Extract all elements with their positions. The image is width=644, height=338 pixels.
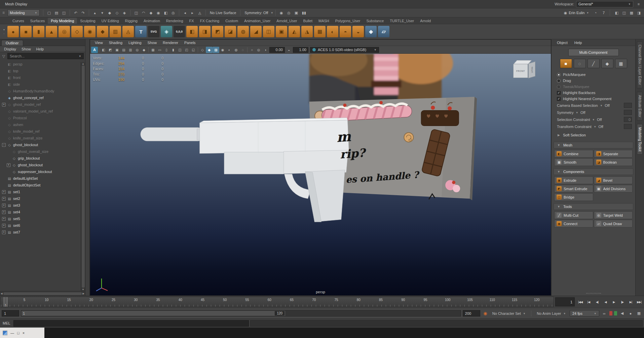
gun-blockout-model[interactable] [141,118,349,222]
view-cube-right-face[interactable]: RIGHT [528,61,535,78]
outliner-menu-help[interactable]: Help [34,46,47,52]
expand-toggle[interactable] [2,116,6,120]
timeline-tick[interactable]: 90 [392,297,414,302]
edge-mode-icon[interactable]: ╱ [588,59,600,68]
textured-icon[interactable]: ▨ [213,47,219,53]
character-set-icon[interactable]: ◉ [482,310,489,317]
symmetry-status[interactable]: Symmetry: Off [242,11,270,15]
smart-extrude-button[interactable]: ◩ Smart Extrude [554,185,593,193]
bridge-button[interactable]: ◫ Bridge [554,193,593,201]
expand-toggle[interactable] [7,150,10,154]
expand-toggle[interactable] [2,177,6,180]
expand-toggle[interactable]: − [2,143,6,147]
single-pane-layout-icon[interactable]: ◧ [613,9,620,16]
scroll-left-icon[interactable]: ◀ [1,292,2,295]
connect-button[interactable]: ◉ Connect [554,220,593,227]
expand-toggle[interactable]: + [2,197,6,201]
timeline-bookmark-icon[interactable] [614,311,617,315]
soft-selection-section[interactable]: ▶ Soft Selection [554,131,633,139]
play-forwards-button[interactable]: ▶ [610,297,618,307]
outliner-menu-display[interactable]: Display [1,46,19,52]
tools-section-header[interactable]: ▼ Tools [554,203,633,210]
close-button[interactable]: × [23,331,25,335]
symmetry-dropdown[interactable]: Symmetry ▾ Off [554,109,633,116]
expand-toggle[interactable] [2,89,6,93]
ambient-occlusion-icon[interactable]: ◍ [233,47,239,53]
outliner-item[interactable]: ◇ HumanBody:humanBody [1,88,80,94]
no-live-surface-label[interactable]: No Live Surface [208,11,238,15]
pause-icon[interactable]: ▮▮ [300,9,308,16]
face-mode-icon[interactable]: ◆ [601,59,613,68]
shelf-tab-uv-editing[interactable]: UV Editing [99,18,122,24]
command-input[interactable] [13,320,249,327]
expand-toggle[interactable]: + [2,217,6,221]
timeline-tick[interactable]: 45 [191,297,214,302]
shelf-tab-polygons-user[interactable]: Polygons_User [332,18,364,24]
outliner-item[interactable]: + ▤ set2 [1,195,80,202]
field-chart-icon[interactable]: ◫ [177,47,183,53]
panel-menu-show[interactable]: Show [145,40,160,45]
shelf-popup-icon[interactable]: ▾ [3,28,5,31]
snap-to-point-icon[interactable]: ◆ [147,9,155,16]
timeline-tick[interactable]: 55 [236,297,258,302]
expand-toggle[interactable] [2,110,6,113]
platonic-solid-icon[interactable]: ◆ [97,26,108,37]
step-back-key-button[interactable]: ◀| [593,297,601,307]
outliner-item[interactable]: ◧ persp [1,61,80,68]
vertex-mode-icon[interactable]: ◌ [574,59,586,68]
isolate-select-icon[interactable]: ○ [249,47,255,53]
expand-toggle[interactable] [2,130,6,133]
outliner-item[interactable]: + ▤ set4 [1,209,80,215]
camera-attributes-icon[interactable]: ▣ [114,47,120,53]
target-weld-shelf-icon[interactable]: ◮ [301,26,313,37]
expand-toggle[interactable]: + [2,210,6,214]
timeline-tick[interactable]: 50 [214,297,236,302]
outliner-item[interactable]: + ▤ set3 [1,202,80,209]
gamma-icon[interactable]: ◒ [286,47,292,53]
shelf-tab-arnold-user[interactable]: Arnold_User [273,18,300,24]
timeline-tick[interactable]: 115 [503,297,526,302]
smooth-button[interactable]: ▦ Smooth [554,158,593,166]
redo-icon[interactable]: ↷ [79,9,87,16]
panel-menu-lighting[interactable]: Lighting [126,40,144,45]
go-to-end-button[interactable]: ▶▶| [635,297,643,307]
maximize-button[interactable]: □ [17,331,20,335]
panel-menu-shading[interactable]: Shading [106,40,125,45]
save-scene-icon[interactable]: ◫ [60,9,68,16]
cache-playback-icon[interactable]: ● [627,310,634,317]
motion-blur-icon[interactable]: ◌ [239,47,246,53]
expand-toggle[interactable] [2,83,6,86]
drag-radio[interactable]: Drag [554,78,633,84]
outliner-item[interactable]: ▤ defaultLightSet [1,175,80,182]
outliner-item[interactable]: + ▤ set6 [1,222,80,229]
animation-start-field[interactable]: 1 [2,310,19,316]
outliner-item[interactable]: ◇ valorant_model_unit_ref [1,108,80,115]
expand-toggle[interactable]: + [2,190,6,194]
xray-icon[interactable]: ◎ [255,47,262,53]
timeline-tick[interactable]: 120 [526,297,548,302]
sweep-mesh-icon[interactable]: ◈ [161,26,172,37]
scroll-right-icon[interactable]: ▶ [83,292,84,295]
timeline-ruler[interactable]: 5101520253035404550556065707580859095100… [1,297,554,307]
timeline-tick[interactable]: 100 [437,297,459,302]
extrude-button[interactable]: ▣ Extrude [554,176,593,184]
shelf-tab-rigging[interactable]: Rigging [122,18,141,24]
select-hierarchy-icon[interactable]: ▴ [91,9,99,16]
outliner-item[interactable]: + ▤ set7 [1,229,80,236]
grid-toggle-icon[interactable]: ▦ [150,47,156,53]
outliner-item[interactable]: ◧ front [1,74,80,81]
shelf-tab-rendering[interactable]: Rendering [163,18,186,24]
outliner-title-tab[interactable]: Outliner [1,40,23,46]
filter-funnel-icon[interactable]: ▽ [1,54,6,58]
workspace-select[interactable]: General* ▾ [576,1,633,7]
scroll-up-icon[interactable]: ▲ [82,62,84,65]
use-all-lights-icon[interactable]: ◉ [219,47,226,53]
poly-helix-icon[interactable]: ◬ [122,26,134,37]
speaker-icon[interactable]: ◀ [619,310,626,317]
separate-button[interactable]: ◨ Separate [594,150,633,158]
safe-action-icon[interactable]: ◰ [183,47,190,53]
snap-to-grid-icon[interactable]: ◫ [132,9,140,16]
playhead[interactable]: 1 [4,297,7,307]
expand-toggle[interactable] [2,76,6,80]
timeline-tick[interactable]: 70 [303,297,325,302]
